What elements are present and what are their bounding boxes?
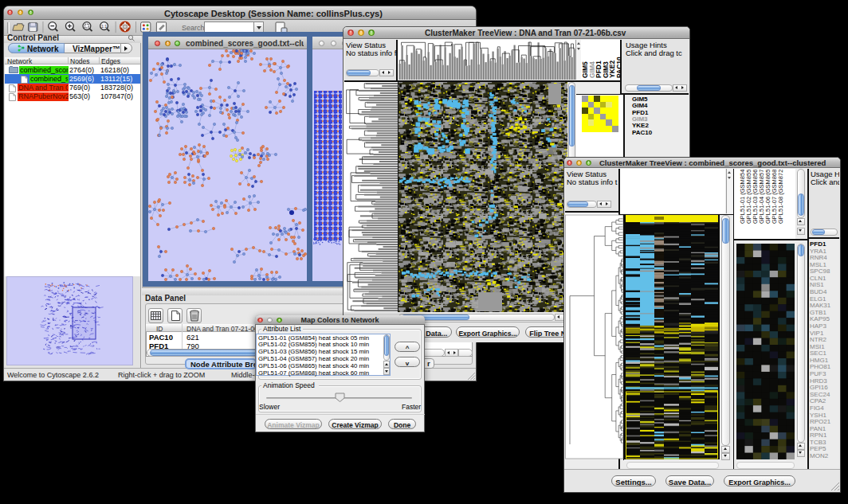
svg-text:1:1: 1:1 <box>101 24 107 29</box>
